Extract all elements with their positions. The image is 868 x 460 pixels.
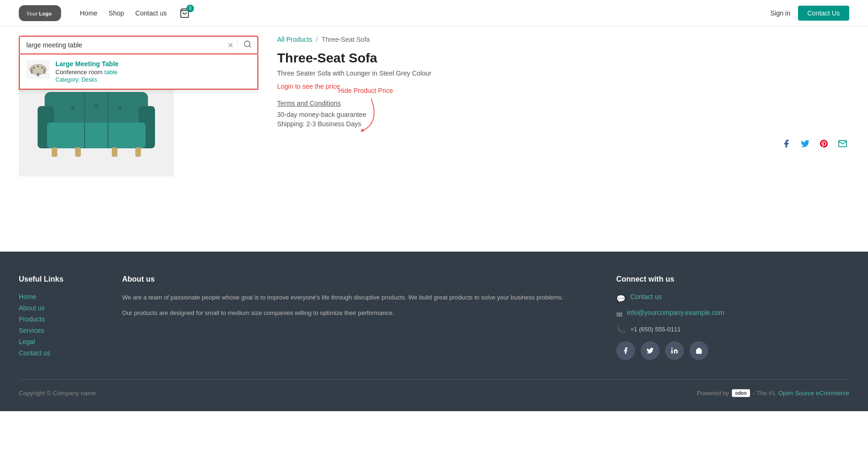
footer-twitter-icon[interactable] [641,341,659,360]
powered-suffix: - The #1 [753,390,775,397]
about-text-2: Our products are designed for small to m… [122,308,588,318]
footer-top: Useful Links Home About us Products Serv… [19,275,849,360]
contact-us-button[interactable]: Contact Us [798,6,849,21]
copyright-text: Copyright © Company name [19,390,96,397]
connect-title: Connect with us [616,275,849,284]
sign-in-link[interactable]: Sign in [770,9,790,17]
footer-link-home[interactable]: Home [19,293,94,300]
result-thumbnail [26,60,50,79]
footer-facebook-icon[interactable] [616,341,635,360]
svg-rect-16 [47,123,146,148]
left-column: ✕ [19,36,258,176]
result-info: Large Meeting Table Conference room tabl… [55,60,251,83]
main-content: ✕ [0,26,868,252]
footer-link-contact[interactable]: Contact us [19,349,94,357]
svg-point-28 [671,347,673,349]
svg-text:Logo: Logo [39,11,52,16]
nav-home[interactable]: Home [80,9,97,17]
product-title: Three-Seat Sofa [277,51,849,66]
breadcrumb-current: Three-Seat Sofa [322,36,370,43]
footer-link-about[interactable]: About us [19,304,94,312]
open-source-link[interactable]: Open Source eCommerce [778,390,849,397]
footer-linkedin-icon[interactable] [665,341,684,360]
odoo-badge: odoo [732,389,750,397]
facebook-share-icon[interactable] [780,137,793,150]
footer-home-icon[interactable] [690,341,708,360]
footer-useful-links: Useful Links Home About us Products Serv… [19,275,94,360]
svg-point-24 [94,104,98,108]
footer-link-legal[interactable]: Legal [19,338,94,345]
svg-rect-8 [44,69,46,74]
about-title: About us [122,275,588,284]
svg-rect-21 [112,147,117,157]
search-submit-button[interactable] [237,40,257,51]
search-result-item[interactable]: Large Meeting Table Conference room tabl… [20,54,257,89]
header-right: Sign in Contact Us [770,6,849,21]
result-title: Large Meeting Table [55,60,251,68]
logo[interactable]: Your Logo [19,5,61,21]
social-share-icons [277,137,849,150]
chat-icon: 💬 [616,294,626,303]
about-text-1: We are a team of passionate people whose… [122,293,588,303]
twitter-share-icon[interactable] [798,137,812,150]
email-item: ✉ info@yourcompany.example.com [616,309,849,320]
footer-email-link[interactable]: info@yourcompany.example.com [627,309,724,316]
powered-by: Powered by odoo - The #1 Open Source eCo… [697,389,849,397]
result-desc-highlight: table [104,69,117,76]
content-wrapper: ✕ [19,36,849,197]
svg-rect-20 [75,147,81,157]
svg-point-12 [41,67,43,69]
footer-bottom: Copyright © Company name Powered by odoo… [19,379,849,397]
phone-item: 📞 +1 (650) 555-0111 [616,325,849,334]
result-category: Category: Desks [55,77,251,83]
pinterest-share-icon[interactable] [817,137,830,150]
svg-rect-7 [31,69,33,74]
svg-text:Your: Your [26,11,38,16]
svg-rect-22 [135,147,141,157]
search-dropdown: Large Meeting Table Conference room tabl… [19,54,258,90]
search-input-wrapper: ✕ [19,36,258,54]
email-icon: ✉ [616,310,622,319]
right-column: All Products / Three-Seat Sofa Three-Sea… [277,36,849,197]
logo-badge: Your Logo [19,5,61,21]
search-clear-button[interactable]: ✕ [224,41,237,50]
nav-contact[interactable]: Contact us [135,9,167,17]
phone-icon: 📞 [616,325,626,334]
nav-shop[interactable]: Shop [108,9,124,17]
product-info: Three-Seat Sofa Three Seater Sofa with L… [277,51,849,197]
footer-connect: Connect with us 💬 Contact us ✉ info@your… [616,275,849,360]
footer-contact-link[interactable]: Contact us [630,293,662,300]
footer-link-products[interactable]: Products [19,315,94,323]
email-share-icon[interactable] [836,137,849,150]
footer-link-services[interactable]: Services [19,327,94,334]
svg-line-5 [249,46,250,47]
main-nav: Home Shop Contact us 0 [80,7,770,20]
product-sofa-image [31,78,162,162]
cart-count: 0 [186,5,194,12]
footer-about: About us We are a team of passionate peo… [122,275,588,360]
svg-point-10 [33,67,35,69]
svg-point-4 [244,41,250,46]
cart-icon[interactable]: 0 [178,7,191,20]
svg-point-23 [71,107,75,110]
breadcrumb-separator: / [316,36,318,43]
search-input[interactable] [20,37,224,54]
footer-social-circles [616,341,849,360]
svg-rect-19 [52,147,57,157]
breadcrumb-all-products[interactable]: All Products [277,36,312,43]
annotation-arrow [343,94,437,131]
useful-links-title: Useful Links [19,275,94,284]
footer: Useful Links Home About us Products Serv… [0,252,868,411]
result-desc: Conference room table [55,69,251,76]
search-area: ✕ [19,36,258,54]
result-desc-prefix: Conference room [55,69,104,76]
header: Your Logo Home Shop Contact us 0 Sign in… [0,0,868,26]
svg-point-25 [118,107,122,110]
footer-phone: +1 (650) 555-0111 [630,326,681,333]
contact-us-item: 💬 Contact us [616,293,849,304]
powered-by-text: Powered by [697,390,729,397]
svg-point-11 [37,66,39,68]
annotation-text: Hide Product Price [338,87,393,94]
svg-rect-9 [37,73,39,76]
product-subtitle: Three Seater Sofa with Lounger in Steel … [277,69,849,77]
